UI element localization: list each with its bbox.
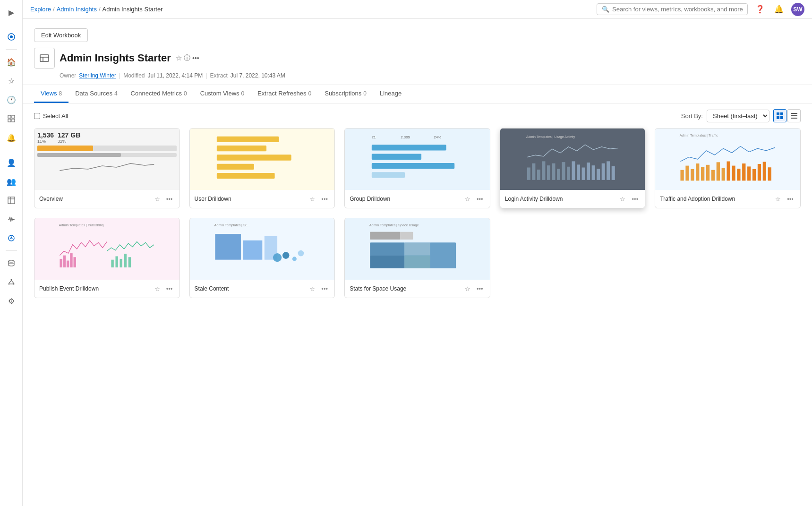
svg-rect-70 [727,162,730,181]
card-traffic-adoption[interactable]: Admin Templates | Traffic [655,128,801,208]
svg-rect-71 [732,166,735,181]
workbook-meta: Owner Sterling Winter | Modified Jul 11,… [60,72,801,79]
sidebar-user-icon[interactable]: 👤 [3,154,20,171]
edit-workbook-button[interactable]: Edit Workbook [34,28,88,42]
breadcrumb-admin-insights[interactable]: Admin Insights [57,6,97,13]
select-all-control[interactable]: Select All [34,112,68,120]
svg-rect-74 [747,166,751,180]
card-more-icon[interactable]: ••• [475,194,485,204]
svg-rect-26 [791,113,797,114]
card-actions: ☆ ••• [773,194,795,204]
tab-data-sources[interactable]: Data Sources4 [68,85,124,103]
card-more-icon[interactable]: ••• [319,194,330,204]
sidebar-star-icon[interactable]: ☆ [3,72,20,89]
card-name: User Drilldown [195,196,231,202]
sidebar-bell-icon[interactable]: 🔔 [3,129,20,146]
search-box[interactable]: 🔍 [597,3,748,15]
card-more-icon[interactable]: ••• [164,283,175,294]
svg-rect-45 [542,161,545,180]
svg-rect-52 [577,164,580,180]
sidebar-table-icon[interactable] [3,192,20,209]
sidebar-users-icon[interactable]: 👥 [3,173,20,190]
card-favorite-icon[interactable]: ☆ [462,194,473,204]
card-publish-event[interactable]: Admin Templates | Publishing Publish Eve… [34,218,180,298]
sidebar-home-icon[interactable] [3,28,20,45]
svg-rect-72 [737,169,741,180]
sidebar-toggle[interactable]: ▶ [3,4,20,21]
svg-rect-47 [552,163,555,180]
svg-rect-37 [372,145,446,150]
sidebar-pulse-icon[interactable] [3,211,20,228]
info-icon[interactable]: ⓘ [184,54,190,62]
tab-extract-refreshes[interactable]: Extract Refreshes0 [251,85,318,103]
card-favorite-icon[interactable]: ☆ [307,194,317,204]
card-footer: Group Drilldown ☆ ••• [345,190,490,208]
tab-lineage[interactable]: Lineage [373,85,408,103]
card-more-icon[interactable]: ••• [164,194,175,204]
list-view-button[interactable] [787,109,801,122]
svg-rect-43 [532,163,535,180]
svg-rect-28 [791,118,797,119]
svg-rect-92 [243,240,262,260]
card-thumbnail: 21 2,309 24% [345,129,490,190]
card-name: Publish Event Drilldown [39,285,99,292]
card-space-usage[interactable]: Admin Templates | Space Usage Stats for … [344,218,490,298]
sidebar-database-icon[interactable] [3,255,20,272]
card-more-icon[interactable]: ••• [475,283,485,294]
search-input[interactable] [612,6,743,13]
grid-view-button[interactable] [773,109,786,122]
breadcrumb-explore[interactable]: Explore [30,6,51,13]
card-thumbnail [190,129,335,190]
svg-point-10 [10,237,12,238]
sidebar-gear-icon[interactable]: ⚙ [3,292,20,309]
avatar[interactable]: SW [791,3,804,16]
svg-rect-46 [547,165,550,180]
svg-rect-88 [124,254,127,267]
help-icon[interactable]: ❓ [753,3,767,16]
card-more-icon[interactable]: ••• [785,194,795,204]
card-favorite-icon[interactable]: ☆ [617,194,628,204]
tab-views[interactable]: Views8 [34,85,68,103]
sidebar-network-icon[interactable] [3,274,20,291]
card-thumbnail: Admin Templates | Publishing [34,218,179,280]
svg-rect-89 [128,257,131,267]
favorite-icon[interactable]: ☆ [176,54,182,62]
svg-rect-57 [601,163,605,180]
sidebar-collections-icon[interactable] [3,110,20,127]
owner-link[interactable]: Sterling Winter [79,72,116,79]
svg-rect-87 [120,259,122,267]
svg-text:Admin Templates | Publishing: Admin Templates | Publishing [59,223,104,227]
card-login-activity[interactable]: Admin Templates | Usage Activity [500,128,646,208]
card-name: Stats for Space Usage [350,285,406,292]
card-actions: ☆ ••• [307,283,330,294]
card-thumbnail: Admin Templates | St... [190,218,335,280]
svg-rect-5 [12,119,15,122]
sidebar-admin-icon[interactable] [3,230,20,247]
svg-rect-56 [597,169,600,180]
card-favorite-icon[interactable]: ☆ [462,283,473,294]
card-favorite-icon[interactable]: ☆ [307,283,317,294]
card-stale-content[interactable]: Admin Templates | St... Stale Content ☆ … [189,218,335,298]
sidebar-home2-icon[interactable]: 🏠 [3,53,20,70]
card-overview[interactable]: 1,53611% 127 GB32% Overview ☆ ••• [34,128,180,208]
card-favorite-icon[interactable]: ☆ [152,283,162,294]
tab-custom-views[interactable]: Custom Views0 [194,85,251,103]
svg-text:Admin Templates | Space Usage: Admin Templates | Space Usage [369,223,419,227]
tab-subscriptions[interactable]: Subscriptions0 [318,85,373,103]
more-options-icon[interactable]: ••• [192,54,199,62]
card-favorite-icon[interactable]: ☆ [152,194,162,204]
card-more-icon[interactable]: ••• [630,194,640,204]
card-user-drilldown[interactable]: User Drilldown ☆ ••• [189,128,335,208]
card-favorite-icon[interactable]: ☆ [773,194,783,204]
notifications-icon[interactable]: 🔔 [772,3,786,16]
sidebar-clock-icon[interactable]: 🕐 [3,91,20,108]
svg-rect-69 [722,168,725,180]
select-all-checkbox[interactable] [34,113,40,119]
card-group-drilldown[interactable]: 21 2,309 24% Group Drilldown ☆ ••• [344,128,490,208]
card-footer: Login Activity Drilldown ☆ ••• [500,190,645,208]
svg-rect-66 [706,165,709,181]
card-more-icon[interactable]: ••• [319,283,330,294]
tab-connected-metrics[interactable]: Connected Metrics0 [124,85,194,103]
svg-rect-63 [691,169,694,181]
sort-select[interactable]: Sheet (first–last) Sheet (last–first) Na… [707,110,769,122]
